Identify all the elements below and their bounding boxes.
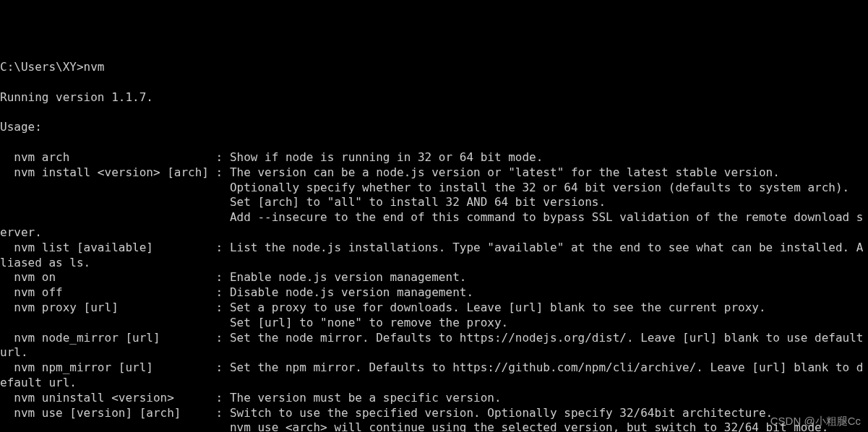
command-prompt: C:\Users\XY>nvm <box>0 60 105 74</box>
help-line-arch: nvm arch : Show if node is running in 32… <box>0 150 543 164</box>
help-line-npm-mirror: nvm npm_mirror [url] : Set the npm mirro… <box>0 360 863 389</box>
help-line-install-cont: Optionally specify whether to install th… <box>0 181 849 194</box>
help-line-use-cont: nvm use <arch> will continue using the s… <box>0 420 828 432</box>
watermark-text: CSDN @小粗腿Cc <box>770 414 861 428</box>
help-line-node-mirror: nvm node_mirror [url] : Set the node mir… <box>0 331 868 360</box>
help-line-install: nvm install <version> [arch] : The versi… <box>0 165 780 179</box>
help-line-list: nvm list [available] : List the node.js … <box>0 241 863 269</box>
help-line-install-cont: Add --insecure to the end of this comman… <box>0 210 863 239</box>
help-line-on: nvm on : Enable node.js version manageme… <box>0 270 466 284</box>
help-line-proxy-cont: Set [url] to "none" to remove the proxy. <box>0 316 508 329</box>
help-line-proxy: nvm proxy [url] : Set a proxy to use for… <box>0 301 766 314</box>
help-line-off: nvm off : Disable node.js version manage… <box>0 285 473 299</box>
help-line-use: nvm use [version] [arch] : Switch to use… <box>0 406 773 420</box>
help-line-uninstall: nvm uninstall <version> : The version mu… <box>0 391 502 405</box>
help-line-install-cont: Set [arch] to "all" to install 32 AND 64… <box>0 195 606 209</box>
typed-command: nvm <box>84 60 105 74</box>
prompt-path: C:\Users\XY> <box>0 60 84 74</box>
terminal-output[interactable]: C:\Users\XY>nvm Running version 1.1.7. U… <box>0 60 868 432</box>
output-usage-header: Usage: <box>0 120 42 134</box>
output-version: Running version 1.1.7. <box>0 90 153 104</box>
